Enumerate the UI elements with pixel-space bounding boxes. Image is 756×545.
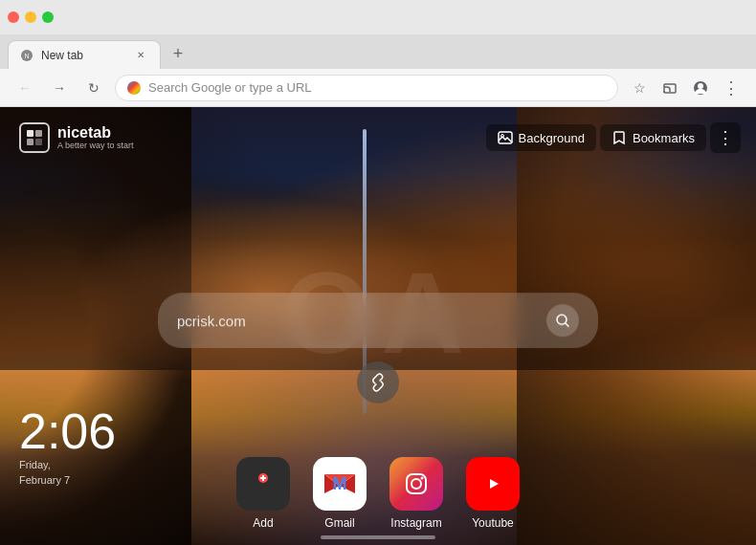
shortcuts-bar: Add M Gmail — [236, 457, 520, 530]
svg-point-19 — [421, 477, 424, 480]
svg-rect-6 — [27, 130, 33, 137]
search-text: pcrisk.com — [177, 313, 246, 329]
clock-full-date: February 7 — [19, 474, 70, 486]
more-options-button[interactable]: ⋮ — [710, 122, 741, 153]
svg-marker-20 — [490, 479, 499, 489]
bookmarks-label: Bookmarks — [633, 131, 695, 145]
clock-day: Friday, — [19, 459, 51, 470]
search-button[interactable] — [546, 304, 579, 337]
shortcut-instagram[interactable]: Instagram — [389, 457, 443, 530]
clock: 2:06 Friday, February 7 — [19, 406, 116, 488]
gmail-icon: M — [313, 457, 367, 511]
tab-title: New tab — [41, 49, 83, 62]
cast-button[interactable] — [656, 75, 683, 101]
page-content: OA nicetab A better way to start Backgro… — [0, 107, 756, 545]
tab-bar: N New tab ✕ + — [0, 34, 756, 69]
svg-rect-8 — [27, 139, 33, 145]
shortcut-gmail[interactable]: M Gmail — [313, 457, 367, 530]
title-bar — [0, 0, 756, 34]
add-link-button[interactable] — [357, 361, 399, 403]
google-icon — [127, 81, 141, 95]
address-bar[interactable]: Search Google or type a URL — [115, 75, 618, 101]
address-text: Search Google or type a URL — [148, 80, 312, 95]
svg-rect-9 — [35, 139, 42, 145]
shortcut-youtube[interactable]: Youtube — [466, 457, 520, 530]
gmail-label: Gmail — [324, 516, 354, 530]
search-container: pcrisk.com — [158, 293, 598, 348]
search-bar[interactable]: pcrisk.com — [158, 293, 598, 348]
instagram-label: Instagram — [390, 516, 441, 530]
minimize-window-button[interactable] — [25, 11, 36, 23]
logo-text-group: nicetab A better way to start — [57, 125, 134, 150]
shortcut-add[interactable]: Add — [236, 457, 290, 530]
account-button[interactable] — [687, 75, 714, 101]
background-label: Background — [519, 131, 585, 145]
logo-name: nicetab — [57, 125, 134, 141]
tab-favicon: N — [20, 49, 33, 62]
new-tab-button[interactable]: + — [165, 40, 191, 67]
svg-point-3 — [663, 91, 665, 93]
maximize-window-button[interactable] — [42, 11, 54, 23]
youtube-icon — [466, 457, 520, 511]
close-window-button[interactable] — [8, 11, 19, 23]
toolbar: ← → ↻ Search Google or type a URL ☆ ⋮ — [0, 69, 756, 107]
menu-button[interactable]: ⋮ — [718, 75, 745, 101]
top-actions: Background Bookmarks ⋮ — [486, 122, 741, 153]
traffic-lights — [8, 11, 54, 23]
youtube-label: Youtube — [472, 516, 514, 530]
logo[interactable]: nicetab A better way to start — [19, 122, 134, 153]
clock-time: 2:06 — [19, 406, 116, 456]
add-label: Add — [253, 516, 273, 530]
logo-tagline: A better way to start — [57, 141, 134, 150]
background-button[interactable]: Background — [486, 124, 596, 151]
instagram-icon — [389, 457, 443, 511]
back-button[interactable]: ← — [11, 75, 38, 101]
svg-text:M: M — [333, 474, 347, 493]
clock-date: Friday, February 7 — [19, 458, 116, 488]
bookmark-button[interactable]: ☆ — [626, 75, 653, 101]
svg-rect-7 — [35, 130, 42, 137]
scrollbar-indicator — [321, 535, 435, 539]
active-tab[interactable]: N New tab ✕ — [8, 40, 161, 69]
svg-point-18 — [411, 479, 421, 489]
add-icon — [236, 457, 290, 511]
bookmarks-button[interactable]: Bookmarks — [600, 124, 706, 151]
svg-point-5 — [698, 83, 703, 89]
add-icon-wrap — [236, 457, 290, 511]
forward-button[interactable]: → — [46, 75, 73, 101]
browser-frame: N New tab ✕ + ← → ↻ Search Google or typ… — [0, 0, 756, 545]
logo-icon — [19, 122, 50, 153]
tab-close-button[interactable]: ✕ — [133, 48, 148, 63]
toolbar-right: ☆ ⋮ — [626, 75, 745, 101]
svg-text:N: N — [24, 53, 29, 59]
reload-button[interactable]: ↻ — [80, 75, 107, 101]
